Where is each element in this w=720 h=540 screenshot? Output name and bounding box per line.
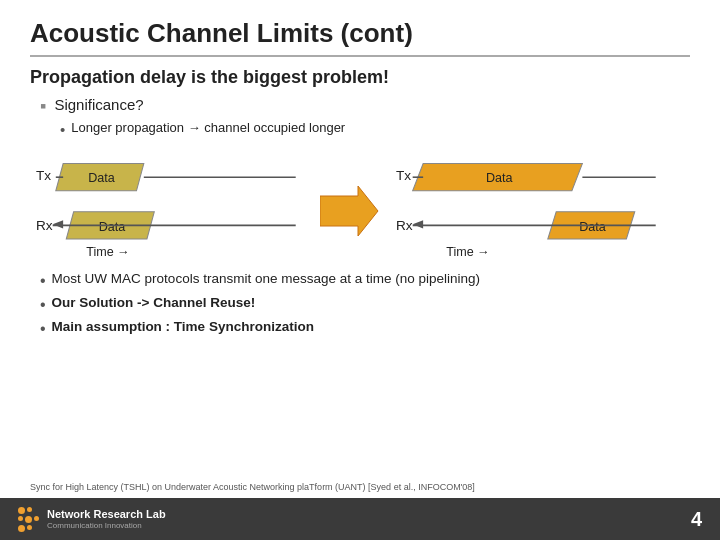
diagram-left: Tx Data Rx Data Time → — [30, 151, 310, 261]
svg-text:Data: Data — [88, 172, 115, 186]
logo-circles — [18, 507, 39, 532]
footer-logo: Network Research Lab Communication Innov… — [18, 507, 166, 532]
bullet-1: Most UW MAC protocols transmit one messa… — [40, 271, 690, 292]
diagrams-section: Tx Data Rx Data Time → — [30, 151, 690, 261]
logo-name: Network Research Lab — [47, 508, 166, 521]
logo-circle-3 — [18, 516, 23, 521]
significance-heading: Significance? — [40, 96, 690, 118]
footer: Network Research Lab Communication Innov… — [0, 498, 720, 540]
svg-text:Time →: Time → — [86, 245, 130, 259]
logo-circle-1 — [18, 507, 25, 514]
logo-circle-6 — [18, 525, 25, 532]
svg-text:Data: Data — [486, 172, 513, 186]
bullet-2: Our Solution -> Channel Reuse! — [40, 295, 690, 316]
svg-text:Data: Data — [579, 220, 606, 234]
page-number: 4 — [691, 508, 702, 531]
svg-text:Rx: Rx — [36, 218, 53, 233]
significance-detail: Longer propagation → channel occupied lo… — [60, 120, 690, 140]
svg-text:Tx: Tx — [36, 168, 51, 183]
svg-marker-6 — [53, 220, 63, 228]
logo-text: Network Research Lab Communication Innov… — [47, 508, 166, 530]
svg-marker-11 — [320, 186, 378, 236]
lower-bullets: Most UW MAC protocols transmit one messa… — [30, 271, 690, 339]
logo-subtitle: Communication Innovation — [47, 521, 166, 530]
svg-text:Tx: Tx — [396, 168, 411, 183]
slide-subtitle: Propagation delay is the biggest problem… — [30, 67, 690, 88]
slide-title: Acoustic Channel Limits (cont) — [30, 18, 690, 57]
svg-text:Data: Data — [99, 220, 126, 234]
svg-text:Rx: Rx — [396, 218, 413, 233]
bullet-3: Main assumption : Time Synchronization — [40, 319, 690, 340]
logo-circle-4 — [25, 516, 32, 523]
slide: Acoustic Channel Limits (cont) Propagati… — [0, 0, 720, 540]
svg-text:Time →: Time → — [446, 245, 490, 259]
logo-circle-2 — [27, 507, 32, 512]
transition-arrow — [320, 151, 380, 261]
svg-marker-18 — [413, 220, 423, 228]
diagram-right: Tx Data Rx Data Time → — [390, 151, 670, 261]
logo-circle-5 — [34, 516, 39, 521]
logo-circle-7 — [27, 525, 32, 530]
footnote: Sync for High Latency (TSHL) on Underwat… — [30, 482, 475, 492]
